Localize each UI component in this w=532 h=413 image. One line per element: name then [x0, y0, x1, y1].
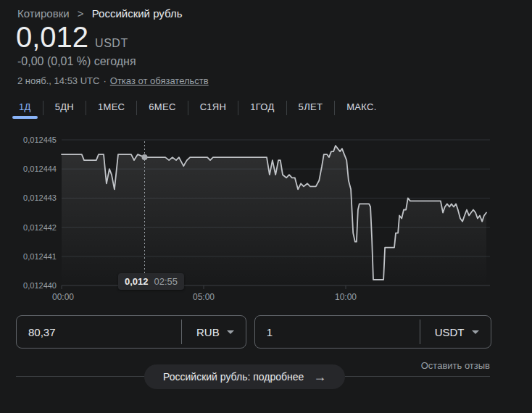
dropdown-caret-icon	[227, 330, 234, 334]
tab-1d[interactable]: 1Д	[7, 96, 43, 120]
tab-5y[interactable]: 5ЛЕТ	[287, 96, 335, 120]
chart-svg	[0, 134, 532, 304]
more-details-button[interactable]: Российский рубль: подробнее →	[144, 364, 345, 389]
y-axis-label: 0,012443	[0, 193, 57, 202]
range-tabs: 1Д 5ДН 1МЕС 6МЕС С1ЯН 1ГОД 5ЛЕТ МАКС.	[7, 96, 388, 120]
amount-input-usdt[interactable]	[255, 326, 420, 338]
tooltip-time: 02:55	[154, 276, 178, 287]
price-change: -0,00 (0,01 %) сегодня	[17, 55, 136, 68]
meta-dot-separator: ·	[103, 75, 106, 86]
currency-label-usdt: USDT	[435, 326, 465, 338]
dropdown-caret-icon	[472, 330, 479, 334]
currency-label-rub: RUB	[196, 326, 220, 338]
disclaimer-link[interactable]: Отказ от обязательств	[110, 75, 209, 86]
price-row: 0,012 USDT	[16, 22, 128, 51]
tab-6m[interactable]: 6МЕС	[137, 96, 187, 120]
tab-ytd[interactable]: С1ЯН	[188, 96, 238, 120]
currency-select-usdt[interactable]: USDT	[420, 326, 491, 338]
currency-select-rub[interactable]: RUB	[182, 326, 246, 338]
y-axis-label: 0,012441	[0, 252, 57, 261]
breadcrumb-separator: >	[78, 7, 84, 20]
price-currency: USDT	[95, 37, 128, 50]
y-axis-label: 0,012444	[0, 164, 57, 173]
y-axis-label: 0,012445	[0, 135, 57, 144]
quote-timestamp: 2 нояб., 14:53 UTC	[17, 75, 99, 86]
arrow-right-icon: →	[313, 370, 326, 383]
tooltip-price: 0,012	[125, 276, 149, 287]
x-axis-label: 05:00	[182, 292, 225, 302]
chart-tooltip: 0,012 02:55	[118, 273, 184, 290]
tab-1m[interactable]: 1МЕС	[86, 96, 136, 120]
currency-converter: RUB USDT	[16, 315, 490, 349]
tab-max[interactable]: МАКС.	[335, 96, 388, 120]
breadcrumb-current: Российский рубль	[92, 7, 183, 20]
x-axis-label: 00:00	[41, 292, 85, 302]
quote-meta: 2 нояб., 14:53 UTC·Отказ от обязательств	[17, 75, 209, 86]
feedback-link[interactable]: Оставить отзыв	[421, 360, 490, 371]
tab-1y[interactable]: 1ГОД	[238, 96, 286, 120]
breadcrumb: Котировки > Российский рубль	[17, 7, 182, 20]
y-axis-label: 0,012440	[0, 281, 57, 290]
price-chart[interactable]: 0,012445 0,012444 0,012443 0,012442 0,01…	[0, 134, 532, 304]
more-details-label: Российский рубль: подробнее	[163, 371, 304, 383]
tab-5d[interactable]: 5ДН	[43, 96, 86, 120]
amount-input-rub[interactable]	[17, 326, 181, 338]
x-axis-label: 10:00	[324, 292, 367, 302]
converter-box-usdt: USDT	[254, 315, 491, 349]
breadcrumb-quotes-link[interactable]: Котировки	[17, 7, 70, 20]
price-value: 0,012	[16, 22, 88, 51]
converter-box-rub: RUB	[16, 315, 246, 349]
y-axis-label: 0,012442	[0, 223, 57, 232]
